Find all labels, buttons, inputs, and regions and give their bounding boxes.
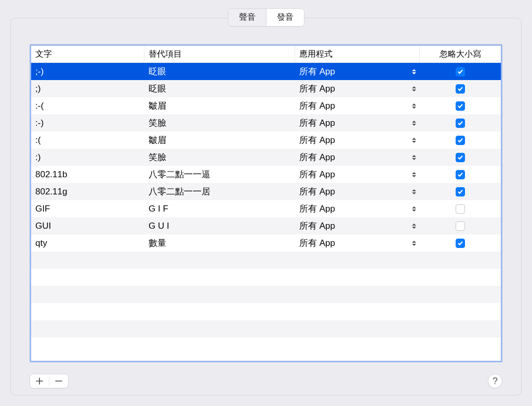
table-row[interactable]: :-)笑臉所有 App <box>31 114 501 132</box>
dropdown-stepper-icon <box>411 68 417 76</box>
table-row[interactable]: 802.11g八零二點一一居所有 App <box>31 183 501 200</box>
table-row[interactable]: :)笑臉所有 App <box>31 149 501 166</box>
preferences-window: 聲音 發音 文字 替代項目 應用程式 忽略大小寫 ;-)眨眼所有 App;)眨眼… <box>0 0 532 406</box>
table-row-empty <box>31 320 501 337</box>
cell-text[interactable]: :-) <box>31 114 144 132</box>
cell-replacement[interactable]: 皺眉 <box>144 97 295 114</box>
cell-replacement[interactable]: G U I <box>144 217 295 234</box>
cell-replacement[interactable]: 笑臉 <box>144 149 295 166</box>
cell-ignorecase <box>420 183 501 200</box>
dropdown-stepper-icon <box>411 239 417 247</box>
cell-app-dropdown[interactable]: 所有 App <box>295 97 420 114</box>
cell-replacement[interactable]: 八零二點一一逼 <box>144 166 295 183</box>
cell-text[interactable]: GUI <box>31 217 144 234</box>
remove-button[interactable] <box>49 374 68 388</box>
cell-app-dropdown[interactable]: 所有 App <box>295 166 420 183</box>
ignorecase-checkbox[interactable] <box>456 187 465 197</box>
tab-bar: 聲音 發音 <box>0 8 532 27</box>
dropdown-stepper-icon <box>411 171 417 179</box>
cell-app-dropdown[interactable]: 所有 App <box>295 63 420 80</box>
cell-replacement[interactable]: 笑臉 <box>144 114 295 132</box>
table-row[interactable]: ;)眨眼所有 App <box>31 80 501 97</box>
cell-ignorecase <box>420 166 501 183</box>
col-header-replacement[interactable]: 替代項目 <box>144 46 295 62</box>
ignorecase-checkbox[interactable] <box>456 170 465 179</box>
cell-app-label: 所有 App <box>299 220 335 232</box>
cell-replacement[interactable]: 數量 <box>144 234 295 252</box>
ignorecase-checkbox[interactable] <box>456 221 465 231</box>
help-button[interactable]: ? <box>488 374 502 388</box>
cell-replacement[interactable]: 眨眼 <box>144 80 295 97</box>
table-row-empty <box>31 269 501 286</box>
table-row[interactable]: :(皺眉所有 App <box>31 132 501 149</box>
ignorecase-checkbox[interactable] <box>456 119 465 128</box>
cell-ignorecase <box>420 97 501 114</box>
cell-text[interactable]: ;) <box>31 80 144 97</box>
ignorecase-checkbox[interactable] <box>456 204 465 214</box>
main-panel: 文字 替代項目 應用程式 忽略大小寫 ;-)眨眼所有 App;)眨眼所有 App… <box>10 18 522 396</box>
tab-pronunciation[interactable]: 發音 <box>267 9 304 26</box>
bottom-bar: ? <box>30 373 502 389</box>
minus-icon <box>55 377 62 385</box>
cell-text[interactable]: :( <box>31 132 144 149</box>
cell-app-dropdown[interactable]: 所有 App <box>295 149 420 166</box>
dropdown-stepper-icon <box>411 136 417 145</box>
cell-text[interactable]: :-( <box>31 97 144 114</box>
dropdown-stepper-icon <box>411 119 417 127</box>
cell-ignorecase <box>420 80 501 97</box>
dropdown-stepper-icon <box>411 222 417 230</box>
cell-replacement[interactable]: 八零二點一一居 <box>144 183 295 200</box>
cell-replacement[interactable]: G I F <box>144 200 295 217</box>
cell-app-label: 所有 App <box>299 83 335 95</box>
table-row[interactable]: GIFG I F所有 App <box>31 200 501 217</box>
cell-app-dropdown[interactable]: 所有 App <box>295 234 420 252</box>
cell-app-label: 所有 App <box>299 134 335 146</box>
cell-text[interactable]: qty <box>31 234 144 252</box>
add-button[interactable] <box>30 374 49 388</box>
ignorecase-checkbox[interactable] <box>456 239 465 248</box>
plus-icon <box>36 377 43 385</box>
cell-app-label: 所有 App <box>299 117 335 129</box>
table-row[interactable]: qty數量所有 App <box>31 234 501 252</box>
cell-replacement[interactable]: 皺眉 <box>144 132 295 149</box>
table-row-empty <box>31 286 501 303</box>
ignorecase-checkbox[interactable] <box>456 136 465 145</box>
dropdown-stepper-icon <box>411 102 417 110</box>
cell-ignorecase <box>420 132 501 149</box>
cell-app-label: 所有 App <box>299 151 335 163</box>
cell-app-dropdown[interactable]: 所有 App <box>295 217 420 234</box>
col-header-text[interactable]: 文字 <box>31 46 144 62</box>
cell-app-label: 所有 App <box>299 203 335 215</box>
cell-replacement[interactable]: 眨眼 <box>144 63 295 80</box>
table-row[interactable]: :-(皺眉所有 App <box>31 97 501 114</box>
cell-text[interactable]: ;-) <box>31 63 144 80</box>
cell-app-dropdown[interactable]: 所有 App <box>295 183 420 200</box>
table-row[interactable]: 802.11b八零二點一一逼所有 App <box>31 166 501 183</box>
cell-text[interactable]: 802.11b <box>31 166 144 183</box>
table-row-empty <box>31 303 501 320</box>
tab-segmented-control: 聲音 發音 <box>228 8 304 27</box>
table-row[interactable]: GUIG U I所有 App <box>31 217 501 234</box>
cell-app-dropdown[interactable]: 所有 App <box>295 132 420 149</box>
cell-app-label: 所有 App <box>299 168 335 180</box>
cell-ignorecase <box>420 149 501 166</box>
table-body: ;-)眨眼所有 App;)眨眼所有 App:-(皺眉所有 App:-)笑臉所有 … <box>31 63 501 361</box>
cell-app-dropdown[interactable]: 所有 App <box>295 114 420 132</box>
cell-app-dropdown[interactable]: 所有 App <box>295 200 420 217</box>
table-row[interactable]: ;-)眨眼所有 App <box>31 63 501 80</box>
tab-sound[interactable]: 聲音 <box>229 9 267 26</box>
col-header-ignorecase[interactable]: 忽略大小寫 <box>420 46 501 62</box>
cell-text[interactable]: 802.11g <box>31 183 144 200</box>
ignorecase-checkbox[interactable] <box>456 84 465 94</box>
cell-text[interactable]: GIF <box>31 200 144 217</box>
col-header-app[interactable]: 應用程式 <box>295 46 420 62</box>
cell-ignorecase <box>420 234 501 252</box>
cell-app-label: 所有 App <box>299 66 335 77</box>
cell-text[interactable]: :) <box>31 149 144 166</box>
cell-ignorecase <box>420 200 501 217</box>
ignorecase-checkbox[interactable] <box>456 153 465 162</box>
ignorecase-checkbox[interactable] <box>456 67 465 76</box>
ignorecase-checkbox[interactable] <box>456 101 465 111</box>
cell-ignorecase <box>420 217 501 234</box>
cell-app-dropdown[interactable]: 所有 App <box>295 80 420 97</box>
